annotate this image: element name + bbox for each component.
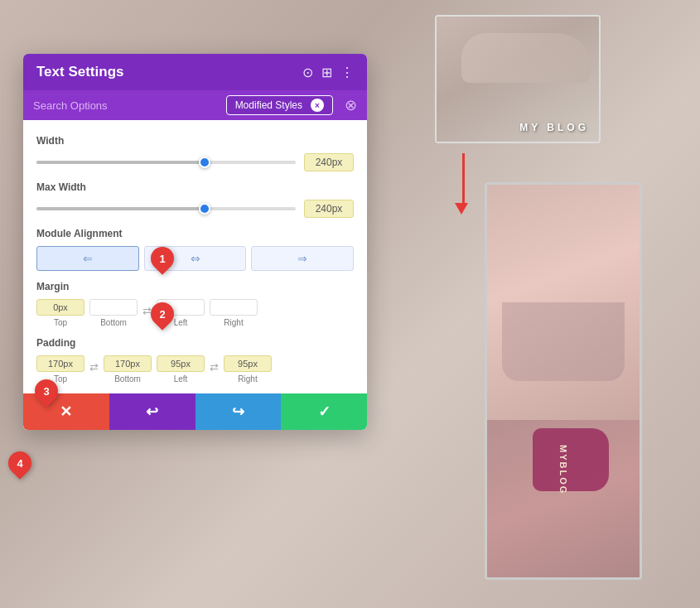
preview-bottom-text: MYBLOG [558, 445, 568, 495]
panel-body: Width Max Width Module Alignme [23, 120, 367, 384]
badge-3-text: 3 [43, 385, 49, 398]
margin-left-label: Left [174, 318, 188, 327]
max-width-section: Max Width [36, 181, 354, 218]
padding-section: Padding Top ⇄ Bottom Left ⇄ Ri [36, 337, 354, 384]
clear-modified-styles-button[interactable]: × [311, 99, 324, 112]
max-width-slider-row [36, 200, 354, 218]
header-icons: ⊙ ⊞ ⋮ [302, 65, 354, 80]
arrow-head [455, 203, 468, 215]
padding-right-input[interactable] [224, 355, 272, 372]
padding-right-label: Right [238, 374, 257, 384]
modified-styles-text: Modified Styles [235, 99, 302, 111]
alignment-buttons: ⇐ ⇔ ⇒ [36, 246, 354, 271]
padding-left-input[interactable] [157, 355, 205, 372]
align-right-button[interactable]: ⇒ [251, 246, 354, 271]
max-width-slider-thumb[interactable] [199, 203, 210, 215]
align-left-button[interactable]: ⇐ [36, 246, 139, 271]
modified-styles-badge[interactable]: Modified Styles × [226, 95, 333, 115]
width-slider-thumb[interactable] [199, 157, 210, 168]
margin-right-input[interactable] [210, 299, 258, 316]
width-section: Width [36, 135, 354, 171]
width-input[interactable] [304, 153, 354, 171]
search-bar: Search Options Modified Styles × ⊗ [23, 90, 367, 120]
panel-header: Text Settings ⊙ ⊞ ⋮ [23, 54, 367, 90]
padding-fields: Top ⇄ Bottom Left ⇄ Right [36, 355, 354, 384]
margin-right-label: Right [224, 318, 243, 327]
more-options-icon[interactable]: ⋮ [340, 65, 354, 80]
padding-bottom-label: Bottom [114, 374, 141, 384]
margin-bottom-input[interactable] [89, 299, 138, 316]
preview-bottom-image [487, 185, 640, 577]
padding-right-field: Right [224, 355, 272, 384]
padding-left-label: Left [174, 374, 188, 384]
preview-top: MY BLOG [435, 15, 601, 143]
panel-title: Text Settings [36, 64, 123, 80]
padding-bottom-field: Bottom [104, 355, 152, 384]
margin-label: Margin [36, 281, 354, 292]
padding-label: Padding [36, 337, 354, 349]
search-close-icon[interactable]: ⊗ [345, 96, 357, 114]
module-alignment-label: Module Alignment [36, 228, 354, 239]
margin-bottom-label: Bottom [100, 318, 127, 327]
margin-top-input[interactable] [36, 299, 84, 316]
width-slider-track[interactable] [36, 161, 296, 164]
padding-left-field: Left [157, 355, 205, 384]
badge-2-text: 2 [159, 308, 165, 321]
preview-top-text: MY BLOG [519, 122, 589, 133]
redo-button[interactable]: ↪ [196, 393, 282, 430]
margin-right-field: Right [210, 299, 258, 327]
cancel-button[interactable]: ✕ [23, 393, 109, 430]
width-label: Width [36, 135, 354, 147]
max-width-input[interactable] [304, 200, 354, 218]
width-slider-fill [36, 161, 205, 164]
badge-4-text: 4 [17, 457, 22, 470]
action-bar: ✕ ↩ ↪ ✓ [23, 393, 367, 430]
target-icon[interactable]: ⊙ [302, 65, 313, 80]
padding-top-label: Top [54, 374, 67, 384]
confirm-button[interactable]: ✓ [281, 393, 367, 430]
arrow-indicator [450, 153, 468, 215]
preview-bottom: MYBLOG [485, 182, 642, 580]
module-alignment-section: Module Alignment ⇐ ⇔ ⇒ [36, 228, 354, 271]
padding-link-icon-1[interactable]: ⇄ [89, 361, 99, 384]
padding-bottom-input[interactable] [104, 355, 152, 372]
padding-top-input[interactable] [36, 355, 84, 372]
arrow-line [462, 153, 465, 203]
margin-section: Margin Top Bottom ⇄ Left Right [36, 281, 354, 327]
max-width-label: Max Width [36, 181, 354, 193]
margin-fields: Top Bottom ⇄ Left Right [36, 299, 354, 327]
columns-icon[interactable]: ⊞ [321, 65, 332, 80]
margin-top-field: Top [36, 299, 84, 327]
undo-button[interactable]: ↩ [109, 393, 196, 430]
badge-1-text: 1 [159, 253, 165, 265]
text-settings-panel: Text Settings ⊙ ⊞ ⋮ Search Options Modif… [23, 54, 367, 430]
width-slider-row [36, 153, 354, 171]
search-options-label: Search Options [33, 99, 108, 112]
margin-bottom-field: Bottom [89, 299, 138, 327]
max-width-slider-track[interactable] [36, 207, 296, 210]
max-width-slider-fill [36, 207, 205, 210]
padding-link-icon-2[interactable]: ⇄ [210, 361, 219, 384]
margin-top-label: Top [54, 318, 67, 327]
